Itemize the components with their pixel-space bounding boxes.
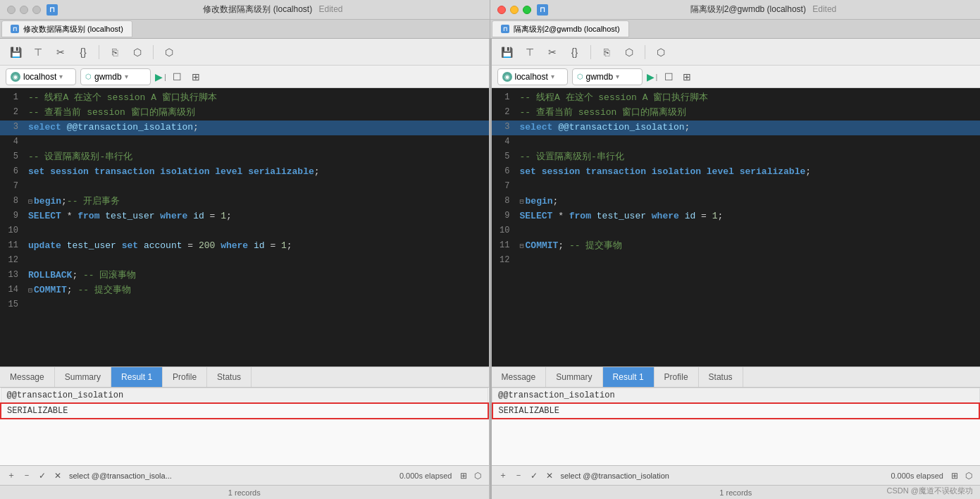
code-line-15-left: 15 bbox=[0, 298, 489, 313]
window1-tab-label: 修改数据隔离级别 (localhost) bbox=[23, 24, 123, 35]
result-area-left: @@transaction_isolation SERIALIZABLE bbox=[0, 388, 489, 465]
traffic-lights-right bbox=[497, 6, 531, 14]
export-btn-right[interactable]: ⬡ bbox=[619, 42, 639, 62]
tl-close[interactable] bbox=[7, 6, 15, 14]
copy-btn-right[interactable]: ⎘ bbox=[597, 42, 616, 62]
add-row-btn-left[interactable]: ＋ bbox=[6, 470, 17, 481]
run-btn-left[interactable]: ▶| bbox=[155, 71, 166, 82]
code-line-8-left: 8 ⊟begin;-- 开启事务 bbox=[0, 195, 489, 209]
host-label-left: localhost bbox=[23, 72, 56, 82]
db-select-right[interactable]: ⬡ gwmdb ▾ bbox=[572, 68, 643, 85]
tab-profile-right[interactable]: Profile bbox=[655, 367, 699, 387]
window1-titlebar: ⊓ 修改数据隔离级别 (localhost) Edited bbox=[0, 0, 490, 20]
status-actions-left: ＋ － ✓ ✕ bbox=[6, 470, 63, 481]
stop-btn-left[interactable]: ☐ bbox=[170, 70, 185, 84]
tab-summary-left[interactable]: Summary bbox=[55, 367, 111, 387]
scissors-btn-right[interactable]: ✂ bbox=[542, 42, 562, 62]
host-icon-right: ◉ bbox=[502, 72, 512, 82]
tab-message-right[interactable]: Message bbox=[492, 367, 547, 387]
tl-min-r[interactable] bbox=[510, 6, 519, 14]
result-row-right: SERIALIZABLE bbox=[492, 403, 980, 419]
grid-btn-left[interactable]: ⊞ bbox=[458, 470, 469, 481]
save-btn-left[interactable]: 💾 bbox=[6, 42, 25, 62]
code-line-8-right: 8 ⊟begin; bbox=[492, 195, 981, 209]
code-line-6-left: 6 set session transaction isolation leve… bbox=[0, 165, 489, 180]
export2-btn-right[interactable]: ⬡ bbox=[963, 470, 974, 481]
status-query-left: select @@transaction_isola... bbox=[69, 472, 394, 480]
panel-left: 💾 ⊤ ✂ {} ⎘ ⬡ ⬡ ◉ localhost ▾ ⬡ gwmdb ▾ ▶… bbox=[0, 39, 490, 499]
host-select-right[interactable]: ◉ localhost ▾ bbox=[497, 68, 568, 85]
tab-profile-left[interactable]: Profile bbox=[163, 367, 207, 387]
close-btn-left[interactable]: ✕ bbox=[52, 470, 63, 481]
tl-min[interactable] bbox=[20, 6, 28, 14]
grid-btn-right[interactable]: ⊞ bbox=[949, 470, 960, 481]
code-line-10-right: 10 bbox=[492, 224, 981, 239]
export-btn-left[interactable]: ⬡ bbox=[128, 42, 147, 62]
result-area-right: @@transaction_isolation SERIALIZABLE bbox=[492, 388, 981, 465]
window1-tab[interactable]: ⊓ 修改数据隔离级别 (localhost) bbox=[1, 20, 132, 37]
result-tabs-right: Message Summary Result 1 Profile Status bbox=[492, 366, 981, 388]
code-line-1-right: 1 -- 线程A 在这个 session A 窗口执行脚本 bbox=[492, 91, 981, 106]
fold-icon-14[interactable]: ⊟ bbox=[28, 287, 32, 295]
code-line-7-left: 7 bbox=[0, 180, 489, 195]
tab-summary-right[interactable]: Summary bbox=[546, 367, 602, 387]
tab-message-left[interactable]: Message bbox=[0, 367, 55, 387]
stop-btn-right[interactable]: ☐ bbox=[662, 70, 676, 84]
fold-icon-8[interactable]: ⊟ bbox=[28, 198, 32, 206]
db-arrow-right: ▾ bbox=[616, 73, 619, 80]
records-count-left: 1 records bbox=[228, 488, 261, 497]
window2-edited: Edited bbox=[812, 4, 836, 14]
panel-right: 💾 ⊤ ✂ {} ⎘ ⬡ ⬡ ◉ localhost ▾ ⬡ gwmdb ▾ ▶… bbox=[492, 39, 981, 499]
window1-icon: ⊓ bbox=[46, 4, 58, 16]
tl-max-r[interactable] bbox=[523, 6, 531, 14]
run-btn-right[interactable]: ▶| bbox=[647, 71, 658, 82]
add-row-btn-right[interactable]: ＋ bbox=[497, 470, 509, 481]
window2-title-text: 隔离级别2@gwmdb (localhost) bbox=[690, 4, 806, 14]
check-btn-left[interactable]: ✓ bbox=[37, 470, 48, 481]
copy-btn-left[interactable]: ⎘ bbox=[105, 42, 125, 62]
code-line-6-right: 6 set session transaction isolation leve… bbox=[492, 165, 981, 180]
fold-icon-11r[interactable]: ⊟ bbox=[520, 242, 524, 250]
code-line-11-left: 11 update test_user set account = 200 wh… bbox=[0, 239, 489, 254]
remove-row-btn-right[interactable]: － bbox=[513, 470, 524, 481]
db-label-left: gwmdb bbox=[94, 72, 122, 82]
tab-result-right[interactable]: Result 1 bbox=[603, 367, 655, 387]
explain-btn-left[interactable]: ⊞ bbox=[189, 70, 203, 84]
remove-row-btn-left[interactable]: － bbox=[21, 470, 32, 481]
code-line-11-right: 11 ⊟COMMIT; -- 提交事物 bbox=[492, 239, 981, 254]
window1-tab-icon: ⊓ bbox=[11, 25, 19, 33]
check-btn-right[interactable]: ✓ bbox=[528, 470, 540, 481]
close-btn-right[interactable]: ✕ bbox=[544, 470, 555, 481]
window2-icon: ⊓ bbox=[537, 4, 548, 16]
code-editor-left[interactable]: 1 -- 线程A 在这个 session A 窗口执行脚本 2 -- 查看当前 … bbox=[0, 88, 489, 366]
code-line-2-right: 2 -- 查看当前 session 窗口的隔离级别 bbox=[492, 106, 981, 121]
host-select-left[interactable]: ◉ localhost ▾ bbox=[6, 68, 76, 85]
records-count-right: 1 records bbox=[719, 488, 752, 497]
format-btn-right[interactable]: ⊤ bbox=[520, 42, 540, 62]
tab-status-right[interactable]: Status bbox=[699, 367, 743, 387]
save-btn-right[interactable]: 💾 bbox=[497, 42, 517, 62]
format-btn-left[interactable]: ⊤ bbox=[28, 42, 48, 62]
scissors-btn-left[interactable]: ✂ bbox=[51, 42, 70, 62]
explain-btn-right[interactable]: ⊞ bbox=[680, 70, 694, 84]
tab-status-left[interactable]: Status bbox=[207, 367, 252, 387]
code-line-13-left: 13 ROLLBACK; -- 回滚事物 bbox=[0, 269, 489, 283]
chart-btn-right[interactable]: ⬡ bbox=[651, 42, 671, 62]
traffic-lights-left bbox=[7, 6, 41, 14]
tl-max[interactable] bbox=[32, 6, 41, 14]
tab-result-left[interactable]: Result 1 bbox=[111, 367, 163, 387]
braces-btn-left[interactable]: {} bbox=[73, 42, 93, 62]
divider3 bbox=[590, 45, 591, 59]
code-editor-right[interactable]: 1 -- 线程A 在这个 session A 窗口执行脚本 2 -- 查看当前 … bbox=[492, 88, 981, 366]
braces-btn-right[interactable]: {} bbox=[565, 42, 585, 62]
db-select-left[interactable]: ⬡ gwmdb ▾ bbox=[80, 68, 151, 85]
tl-close-r[interactable] bbox=[497, 6, 506, 14]
export2-btn-left[interactable]: ⬡ bbox=[472, 470, 483, 481]
attribution: CSDN @魔道不误砍柴功 bbox=[887, 486, 973, 496]
chart-btn-left[interactable]: ⬡ bbox=[159, 42, 179, 62]
host-label-right: localhost bbox=[515, 72, 548, 82]
window2-tab[interactable]: ⊓ 隔离级别2@gwmdb (localhost) bbox=[492, 20, 629, 37]
fold-icon-8r[interactable]: ⊟ bbox=[520, 198, 524, 206]
window1-edited: Edited bbox=[319, 4, 343, 14]
db-icon-right: ⬡ bbox=[577, 73, 583, 80]
